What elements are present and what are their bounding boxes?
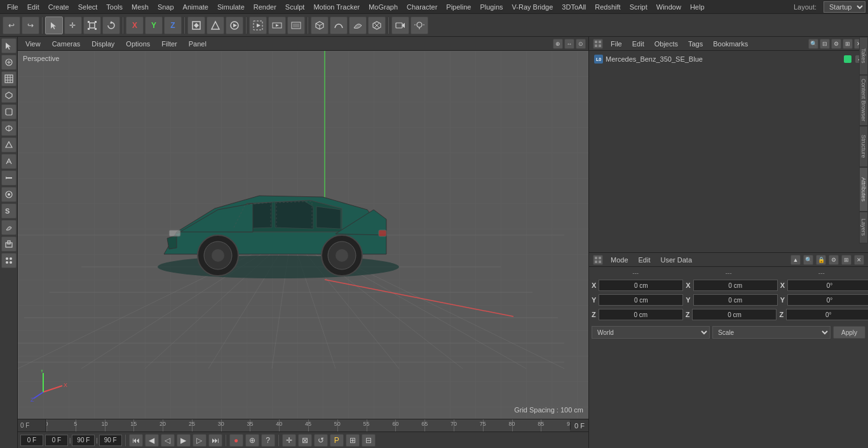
size-y-input[interactable] (787, 294, 868, 306)
world-select[interactable]: World (592, 326, 710, 339)
vp-icon-2[interactable]: ↔ (564, 39, 574, 49)
left-tool-6[interactable] (1, 121, 17, 136)
frame-max-input1[interactable] (72, 435, 95, 446)
frame-max-input2[interactable] (99, 435, 122, 446)
camera-button[interactable] (391, 17, 409, 34)
left-tool-12[interactable] (1, 220, 17, 235)
animation-button[interactable] (226, 17, 243, 34)
menu-help[interactable]: Help (686, 2, 709, 12)
null-button[interactable] (368, 17, 386, 34)
menu-snap[interactable]: Snap (153, 2, 179, 12)
scale-mode-button[interactable]: ⊠ (298, 434, 312, 447)
menu-render[interactable]: Render (249, 2, 281, 12)
render-button[interactable] (268, 17, 286, 34)
record-button[interactable]: ● (229, 434, 243, 447)
timeline-track[interactable]: 051015202530354045505560657075808590 (46, 419, 570, 431)
left-tool-11[interactable]: S (1, 203, 17, 219)
menu-pipeline[interactable]: Pipeline (442, 2, 475, 12)
palette-button[interactable]: P (330, 434, 344, 447)
move-mode-button[interactable]: ✛ (282, 434, 296, 447)
rotation-z-input[interactable] (692, 309, 776, 320)
attr-menu-user-data[interactable]: User Data (658, 255, 695, 265)
attr-menu-mode[interactable]: Mode (608, 255, 631, 265)
position-x-input[interactable] (599, 280, 683, 291)
play-reverse-button[interactable]: ◁ (161, 434, 175, 447)
rotate-mode-button[interactable]: ↺ (314, 434, 328, 447)
menu-sculpt[interactable]: Sculpt (281, 2, 309, 12)
render-queue-button[interactable] (287, 17, 305, 34)
tab-layers[interactable]: Layers (859, 212, 868, 243)
menu-create[interactable]: Create (44, 2, 74, 12)
menu-motion-tracker[interactable]: Motion Tracker (309, 2, 364, 12)
menu-file[interactable]: File (3, 2, 23, 12)
tab-attributes[interactable]: Attributes (859, 167, 868, 212)
menu-tools[interactable]: Tools (102, 2, 127, 12)
auto-key-button[interactable]: ⊕ (245, 434, 259, 447)
light-button[interactable] (410, 17, 428, 34)
objects-menu-bookmarks[interactable]: Bookmarks (710, 39, 750, 49)
cube-button[interactable] (311, 17, 329, 34)
menu-script[interactable]: Script (625, 2, 652, 12)
objects-menu-edit[interactable]: Edit (630, 39, 647, 49)
object-mode-button[interactable] (187, 17, 205, 34)
left-tool-1[interactable] (1, 38, 17, 53)
vp-menu-panel[interactable]: Panel (184, 39, 212, 49)
attr-settings-icon[interactable]: ⚙ (829, 255, 839, 265)
left-tool-5[interactable] (1, 104, 17, 119)
menu-plugins[interactable]: Plugins (475, 2, 507, 12)
object-color-swatch[interactable] (844, 55, 851, 63)
objects-menu-objects[interactable]: Objects (652, 39, 681, 49)
objects-settings-icon[interactable]: ⚙ (831, 39, 841, 49)
scale-select[interactable]: Scale (712, 326, 831, 339)
z-axis-button[interactable]: Z (164, 17, 182, 34)
attr-search-icon[interactable]: 🔍 (803, 255, 813, 265)
tab-takes[interactable]: Takes (859, 37, 868, 75)
attr-expand-icon[interactable]: ⊞ (841, 255, 851, 265)
attr-menu-edit[interactable]: Edit (636, 255, 653, 265)
scale-tool-button[interactable] (83, 17, 101, 34)
viewport-3d[interactable]: Perspective (18, 51, 588, 419)
undo-button[interactable]: ↩ (3, 17, 20, 34)
attr-lock-icon[interactable]: 🔒 (816, 255, 826, 265)
timeline-ruler[interactable]: 0 F 051015202530354045505560657075808590… (18, 419, 588, 431)
objects-menu-file[interactable]: File (608, 39, 625, 49)
menu-character[interactable]: Character (402, 2, 442, 12)
deformer-button[interactable] (349, 17, 367, 34)
objects-search-icon[interactable]: 🔍 (808, 39, 818, 49)
select-tool-button[interactable] (45, 17, 63, 34)
menu-redshift[interactable]: Redshift (590, 2, 625, 12)
rotation-y-input[interactable] (693, 294, 778, 306)
position-z-input[interactable] (599, 309, 683, 320)
render-region-button[interactable] (249, 17, 267, 34)
vp-menu-display[interactable]: Display (86, 39, 119, 49)
menu-3dtoall[interactable]: 3DToAll (557, 2, 590, 12)
menu-window[interactable]: Window (652, 2, 686, 12)
left-tool-3[interactable] (1, 71, 17, 86)
objects-expand-icon[interactable]: ⊞ (843, 39, 853, 49)
tab-structure[interactable]: Structure (859, 126, 868, 167)
left-tool-4[interactable] (1, 88, 17, 103)
spline-button[interactable] (330, 17, 348, 34)
camera-sync-button[interactable]: ⊟ (362, 434, 376, 447)
size-z-input[interactable] (786, 309, 868, 320)
vp-icon-3[interactable]: ⊙ (576, 39, 586, 49)
step-back-button[interactable]: ◀ (145, 434, 159, 447)
left-tool-10[interactable] (1, 187, 17, 202)
rotation-x-input[interactable] (693, 280, 778, 291)
vp-icon-1[interactable]: ⊕ (553, 39, 563, 49)
menu-mograph[interactable]: MoGraph (364, 2, 402, 12)
play-button[interactable]: ▶ (177, 434, 191, 447)
left-tool-9[interactable] (1, 170, 17, 186)
rotate-tool-button[interactable] (102, 17, 120, 34)
objects-filter-icon[interactable]: ⊟ (820, 39, 830, 49)
menu-edit[interactable]: Edit (23, 2, 44, 12)
vp-menu-view[interactable]: View (20, 39, 46, 49)
left-tool-7[interactable] (1, 137, 17, 153)
vp-menu-cameras[interactable]: Cameras (47, 39, 86, 49)
menu-mesh[interactable]: Mesh (127, 2, 153, 12)
help-button[interactable]: ? (261, 434, 275, 447)
attr-up-icon[interactable]: ▲ (790, 255, 801, 265)
x-axis-button[interactable]: X (126, 17, 144, 34)
left-tool-14[interactable] (1, 253, 17, 268)
size-x-input[interactable] (787, 280, 868, 291)
